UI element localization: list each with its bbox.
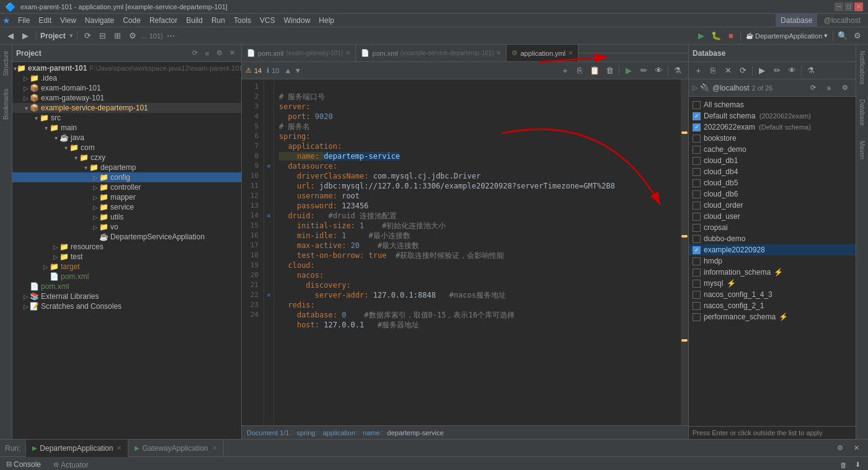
- db-run-btn[interactable]: ▶: [755, 64, 769, 78]
- project-sync-btn[interactable]: ⟳: [189, 48, 200, 59]
- run-tab-departemp[interactable]: ▶ DepartempApplication ✕: [26, 440, 128, 457]
- schema-example20220928-checkbox[interactable]: ✓: [693, 246, 701, 254]
- code-content[interactable]: # 服务端口号 server: port: 9020 # 服务名 spring:…: [274, 79, 688, 425]
- menu-edit[interactable]: Edit: [35, 15, 55, 26]
- menu-navigate[interactable]: Navigate: [81, 15, 118, 26]
- tree-utils[interactable]: ▷ 📁 utils: [12, 212, 241, 222]
- run-panel-scroll-btn[interactable]: ⬇: [851, 458, 864, 471]
- schema-cloud-user-checkbox[interactable]: [693, 213, 701, 221]
- schema-cache-demo[interactable]: cache_demo: [689, 144, 856, 155]
- tree-main[interactable]: ▾ 📁 main: [12, 123, 241, 133]
- schema-information-schema[interactable]: information_schema ⚡: [689, 267, 856, 278]
- schema-cloud-db4[interactable]: cloud_db4: [689, 166, 856, 177]
- menu-code[interactable]: Code: [119, 15, 144, 26]
- tab-application-yml[interactable]: ⚙ application.yml ✕: [507, 45, 578, 62]
- tab-pom-gateway[interactable]: 📄 pom.xml (exam-gateway-101) ✕: [242, 45, 356, 62]
- yml-close[interactable]: ✕: [568, 50, 573, 56]
- schema-nacos-1-4-3-checkbox[interactable]: [693, 291, 701, 299]
- schema-nacos-1-4-3[interactable]: nacos_config_1_4_3: [689, 289, 856, 300]
- tree-exam-domain[interactable]: ▷ 📦 exam-domain-101: [12, 83, 241, 93]
- menu-window[interactable]: Window: [280, 15, 314, 26]
- tree-controller[interactable]: ▷ 📁 controller: [12, 182, 241, 192]
- schema-cloud-db1-checkbox[interactable]: [693, 157, 701, 165]
- departemp-run-close[interactable]: ✕: [117, 445, 122, 451]
- menu-vcs[interactable]: VCS: [256, 15, 279, 26]
- editor-paste-btn[interactable]: 📋: [588, 64, 601, 78]
- tree-root-pom[interactable]: ▷ 📄 pom.xml: [12, 282, 241, 291]
- schema-cloud-db4-checkbox[interactable]: [693, 168, 701, 176]
- toolbar-more-button[interactable]: ⋯: [164, 29, 178, 43]
- schema-nacos-2-1-checkbox[interactable]: [693, 302, 701, 310]
- schema-20220622exam[interactable]: ✓ 20220622exam (Default schema): [689, 122, 856, 133]
- schema-cache-demo-checkbox[interactable]: [693, 146, 701, 154]
- toolbar-sync-button[interactable]: ⟳: [81, 29, 95, 43]
- tree-resources[interactable]: ▷ 📁 resources: [12, 242, 241, 252]
- editor-add-btn[interactable]: ＋: [558, 64, 572, 78]
- db-conn-label[interactable]: @localhost: [712, 84, 750, 92]
- schema-information-schema-checkbox[interactable]: [693, 268, 701, 277]
- schema-cloud-db6[interactable]: cloud_db6: [689, 188, 856, 200]
- editor-delete-btn[interactable]: 🗑: [603, 64, 616, 78]
- nav-down-btn[interactable]: ▼: [294, 66, 301, 75]
- structure-tab[interactable]: Structure: [1, 47, 11, 80]
- db-expand-btn[interactable]: ≡: [822, 81, 836, 95]
- nav-up-btn[interactable]: ▲: [285, 66, 292, 75]
- panel-settings-btn[interactable]: ⚙: [833, 441, 847, 455]
- tree-scratches[interactable]: ▷ 📝 Scratches and Consoles: [12, 301, 241, 311]
- breadcrumb-spring[interactable]: spring: [296, 429, 315, 437]
- tree-exam-gateway[interactable]: ▷ 📦 exam-gateway-101: [12, 93, 241, 103]
- project-collapse-btn[interactable]: ≡: [202, 48, 213, 59]
- tree-czxy[interactable]: ▾ 📁 czxy: [12, 153, 241, 162]
- schema-cloud-db5[interactable]: cloud_db5: [689, 177, 856, 188]
- tree-config[interactable]: ▷ 📁 config: [12, 172, 241, 182]
- menu-refactor[interactable]: Refactor: [146, 15, 181, 26]
- schema-performance-schema-checkbox[interactable]: [693, 313, 701, 321]
- schema-hmdp-checkbox[interactable]: [693, 257, 701, 265]
- breadcrumb-name[interactable]: name: [363, 429, 380, 437]
- maven-tab[interactable]: Maven: [857, 137, 867, 163]
- menu-view[interactable]: View: [56, 15, 80, 26]
- bookmarks-tab[interactable]: Bookmarks: [1, 85, 11, 123]
- tree-java[interactable]: ▾ ☕ java: [12, 133, 241, 143]
- editor-edit-btn[interactable]: ✏: [637, 64, 650, 78]
- pom-service-close[interactable]: ✕: [496, 50, 501, 56]
- tree-mapper[interactable]: ▷ 📁 mapper: [12, 192, 241, 202]
- close-button[interactable]: ✕: [854, 2, 863, 11]
- tree-module-pom[interactable]: ▷ 📄 pom.xml: [12, 272, 241, 282]
- panel-close-btn[interactable]: ✕: [849, 441, 863, 455]
- db-delete-btn[interactable]: ✕: [721, 64, 735, 78]
- toolbar-run-button[interactable]: ▶: [694, 29, 708, 43]
- toolbar-debug-button[interactable]: 🐛: [709, 29, 723, 43]
- schema-example20220928[interactable]: ✓ example20220928: [689, 244, 856, 255]
- db-view-btn[interactable]: 👁: [785, 64, 799, 78]
- menu-run[interactable]: Run: [208, 15, 229, 26]
- tab-pom-service[interactable]: 📄 pom.xml (example-service-departemp-101…: [356, 45, 507, 62]
- toolbar-stop-button[interactable]: ■: [724, 29, 738, 43]
- toolbar-expand-button[interactable]: ⊞: [111, 29, 125, 43]
- menu-tools[interactable]: Tools: [230, 15, 255, 26]
- project-close-btn[interactable]: ✕: [226, 48, 237, 59]
- tree-departemp[interactable]: ▾ 📁 departemp: [12, 162, 241, 172]
- project-settings-btn[interactable]: ⚙: [214, 48, 225, 59]
- notifications-tab[interactable]: Notifications: [857, 47, 867, 88]
- tree-idea[interactable]: ▷ 📁 .idea: [12, 73, 241, 83]
- tree-main-class[interactable]: ▷ ☕ DepartempServiceAppliation: [12, 232, 241, 242]
- schema-all-checkbox[interactable]: [693, 101, 701, 109]
- run-tab-gateway[interactable]: ▶ GatewayApplication ✕: [128, 440, 223, 457]
- db-label[interactable]: Database: [776, 14, 817, 27]
- schema-dubbo-demo[interactable]: dubbo-demo: [689, 233, 856, 244]
- schema-20220622exam-checkbox[interactable]: ✓: [693, 123, 701, 131]
- db-edit-btn[interactable]: ✏: [770, 64, 784, 78]
- schema-cloud-order[interactable]: cloud_order: [689, 200, 856, 211]
- menu-help[interactable]: Help: [315, 15, 338, 26]
- schema-hmdp[interactable]: hmdp: [689, 255, 856, 267]
- schema-mysql-checkbox[interactable]: [693, 280, 701, 288]
- schema-cloud-db1[interactable]: cloud_db1: [689, 155, 856, 166]
- tree-ext-libs[interactable]: ▷ 📚 External Libraries: [12, 291, 241, 301]
- db-filter-btn[interactable]: ⚗: [804, 64, 818, 78]
- database-right-tab[interactable]: Database: [857, 95, 867, 130]
- tree-com[interactable]: ▾ 📁 com: [12, 143, 241, 153]
- tree-service[interactable]: ▷ 📁 service: [12, 202, 241, 212]
- schema-bookstore[interactable]: bookstore: [689, 133, 856, 144]
- menu-file[interactable]: File: [14, 15, 33, 26]
